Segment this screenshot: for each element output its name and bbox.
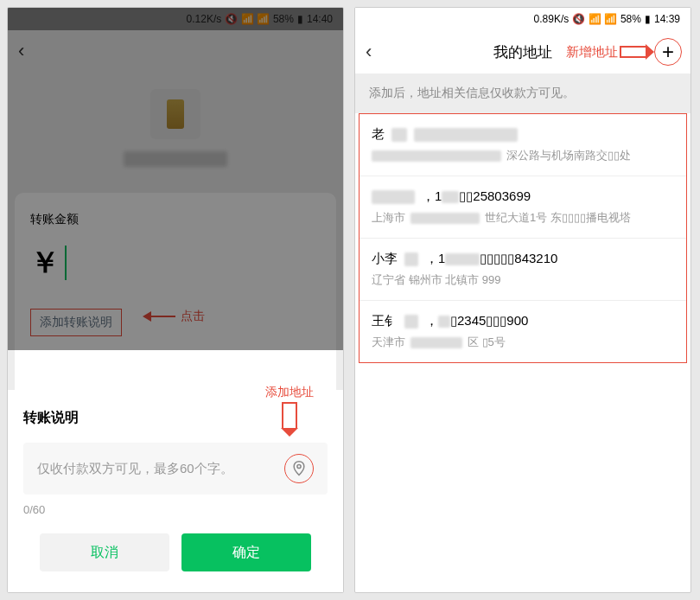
address-item[interactable]: 王钅 ，▯2345▯▯▯900 天津市 区 ▯5号 [360, 301, 686, 362]
text-cursor [65, 246, 67, 280]
back-icon[interactable]: ‹ [18, 40, 24, 62]
addr-detail: 辽宁省 锦州市 北镇市 999 [372, 272, 501, 288]
plus-icon: + [662, 40, 674, 64]
currency-symbol: ￥ [30, 243, 60, 283]
cancel-button[interactable]: 取消 [40, 533, 169, 571]
status-bar: 0.12K/s 🔇 📶 📶 58% ▮ 14:40 [8, 8, 343, 30]
amount-label: 转账金额 [30, 212, 321, 227]
char-count: 0/60 [23, 503, 328, 516]
add-address-button[interactable]: + [654, 38, 682, 66]
arrow-down-icon [282, 402, 297, 428]
annotation-click: 点击 [143, 309, 205, 324]
phone-transfer-screen: 0.12K/s 🔇 📶 📶 58% ▮ 14:40 ‹ 转账金额 ￥ 添加转账说… [7, 7, 344, 593]
blurred-text [410, 337, 462, 348]
addr-detail-mid: 世纪大道1号 东▯▯▯▯播电视塔 [485, 210, 631, 226]
annotation-add-address-label: 添加地址 [265, 385, 314, 399]
addr-name-prefix: 王钅 [372, 313, 398, 329]
location-pin-icon [290, 460, 308, 477]
amount-input-line[interactable]: ￥ [30, 243, 321, 283]
blurred-text [414, 128, 518, 142]
back-icon[interactable]: ‹ [366, 41, 372, 63]
clock: 14:40 [307, 13, 333, 25]
battery-percent: 58% [620, 13, 641, 25]
battery-icon: ▮ [645, 13, 651, 25]
addr-name-prefix: 老 [372, 126, 385, 143]
addr-detail-prefix: 上海市 [372, 210, 405, 226]
address-list: 老 深公路与机场南路交▯▯处 ，1▯▯25803699 上海市 世纪大道1号 东… [359, 113, 687, 363]
confirm-button[interactable]: 确定 [181, 533, 311, 571]
recipient-name-blurred [124, 151, 227, 167]
annotation-add-address: 添加地址 [265, 385, 314, 428]
clock: 14:39 [654, 13, 680, 25]
addr-phone: ，1▯▯▯▯▯843210 [425, 251, 557, 267]
addr-detail-prefix: 天津市 [372, 335, 405, 350]
addr-detail-suffix: 区 ▯5号 [468, 335, 506, 350]
address-item[interactable]: ，1▯▯25803699 上海市 世纪大道1号 东▯▯▯▯播电视塔 [360, 176, 686, 239]
blurred-text [372, 190, 415, 204]
location-button[interactable] [284, 454, 314, 483]
annotation-click-label: 点击 [181, 309, 205, 324]
blurred-text [391, 128, 407, 142]
battery-percent: 58% [273, 13, 294, 25]
addr-phone: ，1▯▯25803699 [422, 188, 531, 205]
add-note-link[interactable]: 添加转账说明 [30, 309, 122, 336]
status-bar: 0.89K/s 🔇 📶 📶 58% ▮ 14:39 [355, 8, 690, 30]
recipient-section [8, 72, 343, 193]
addr-phone: ，▯2345▯▯▯900 [425, 313, 528, 329]
status-icons: 🔇 📶 📶 [572, 13, 617, 25]
nav-header: ‹ 我的地址 新增地址 + [355, 30, 690, 73]
blurred-text [404, 252, 418, 266]
top-nav: ‹ [8, 30, 343, 72]
blurred-text [404, 315, 418, 329]
annotation-new-address-label: 新增地址 [566, 44, 618, 61]
net-speed: 0.12K/s [187, 13, 222, 25]
addr-name-prefix: 小李 [372, 251, 398, 267]
phone-address-screen: 0.89K/s 🔇 📶 📶 58% ▮ 14:39 ‹ 我的地址 新增地址 + … [354, 7, 691, 593]
net-speed: 0.89K/s [534, 13, 570, 25]
note-placeholder: 仅收付款双方可见，最多60个字。 [37, 461, 284, 477]
help-text: 添加后，地址相关信息仅收款方可见。 [355, 73, 690, 113]
avatar [150, 89, 200, 139]
arrow-left-icon [143, 310, 175, 322]
note-dialog: 添加地址 转账说明 仅收付款双方可见，最多60个字。 0/60 取消 确定 [8, 390, 343, 592]
arrow-right-icon [620, 46, 646, 58]
svg-point-0 [297, 464, 301, 468]
annotation-new-address: 新增地址 [566, 44, 646, 61]
addr-detail-suffix: 深公路与机场南路交▯▯处 [506, 148, 631, 163]
battery-icon: ▮ [297, 13, 303, 25]
address-item[interactable]: 老 深公路与机场南路交▯▯处 [360, 114, 686, 176]
page-title: 我的地址 [493, 42, 552, 62]
address-item[interactable]: 小李 ，1▯▯▯▯▯843210 辽宁省 锦州市 北镇市 999 [360, 239, 686, 301]
blurred-text [410, 213, 480, 224]
blurred-text [372, 150, 501, 162]
status-icons: 🔇 📶 📶 [225, 13, 270, 25]
note-input[interactable]: 仅收付款双方可见，最多60个字。 [23, 443, 328, 495]
